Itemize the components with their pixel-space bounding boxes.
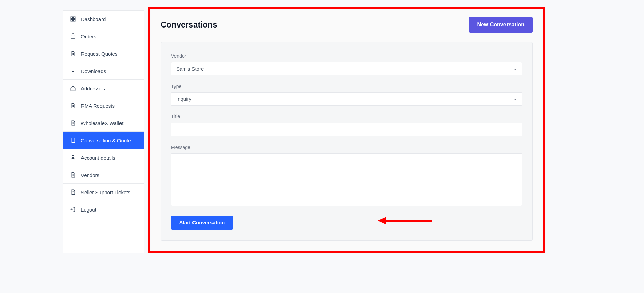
sidebar-item-conversation-quote[interactable]: Conversation & Quote [63, 132, 144, 149]
sidebar-item-label: Request Quotes [81, 51, 117, 57]
document-icon [70, 120, 76, 126]
svg-rect-4 [71, 35, 75, 38]
sidebar-item-logout[interactable]: Logout [63, 201, 144, 218]
sidebar-item-label: WholesaleX Wallet [81, 120, 123, 126]
sidebar-item-rma-requests[interactable]: RMA Requests [63, 97, 144, 114]
title-label: Title [171, 114, 522, 119]
sidebar-item-label: Downloads [81, 68, 106, 74]
sidebar-item-dashboard[interactable]: Dashboard [63, 11, 144, 28]
sidebar-item-label: Logout [81, 207, 96, 213]
bag-icon [70, 33, 76, 39]
sidebar: Dashboard Orders Request Quotes Download… [63, 10, 144, 253]
logout-icon [70, 206, 76, 213]
type-selected-value: Inquiry [176, 96, 191, 102]
page-title: Conversations [161, 20, 217, 30]
sidebar-item-seller-support-tickets[interactable]: Seller Support Tickets [63, 184, 144, 201]
type-label: Type [171, 84, 522, 89]
svg-point-5 [72, 155, 74, 158]
svg-rect-0 [71, 17, 72, 18]
svg-rect-1 [74, 17, 75, 18]
new-conversation-button[interactable]: New Conversation [469, 17, 533, 33]
document-icon [70, 189, 76, 195]
title-input[interactable] [171, 123, 522, 136]
svg-rect-2 [71, 20, 72, 21]
document-icon [70, 172, 76, 178]
message-textarea[interactable] [171, 153, 522, 206]
document-icon [70, 137, 76, 143]
message-label: Message [171, 145, 522, 150]
vendor-select[interactable]: Sam's Store [171, 62, 522, 75]
sidebar-item-label: RMA Requests [81, 103, 115, 109]
vendor-label: Vendor [171, 53, 522, 59]
dashboard-icon [70, 16, 76, 22]
conversation-form: Vendor Sam's Store Type Inquiry Title [161, 42, 533, 241]
sidebar-item-request-quotes[interactable]: Request Quotes [63, 45, 144, 62]
home-icon [70, 85, 76, 91]
user-icon [70, 154, 76, 161]
sidebar-item-orders[interactable]: Orders [63, 28, 144, 45]
sidebar-item-label: Conversation & Quote [81, 138, 131, 143]
sidebar-item-addresses[interactable]: Addresses [63, 80, 144, 97]
sidebar-item-label: Seller Support Tickets [81, 189, 130, 195]
main-panel: Conversations New Conversation Vendor Sa… [151, 10, 542, 250]
sidebar-item-label: Account details [81, 155, 115, 161]
document-icon [70, 103, 76, 109]
sidebar-item-downloads[interactable]: Downloads [63, 62, 144, 80]
sidebar-item-label: Addresses [81, 86, 105, 91]
sidebar-item-label: Vendors [81, 172, 99, 178]
sidebar-item-label: Dashboard [81, 16, 106, 22]
document-icon [70, 51, 76, 57]
sidebar-item-label: Orders [81, 34, 96, 39]
main-header: Conversations New Conversation [161, 17, 533, 33]
type-select[interactable]: Inquiry [171, 92, 522, 106]
vendor-selected-value: Sam's Store [176, 66, 204, 72]
start-conversation-button[interactable]: Start Conversation [171, 216, 233, 230]
svg-rect-3 [74, 20, 75, 21]
sidebar-item-vendors[interactable]: Vendors [63, 166, 144, 184]
sidebar-item-wholesalex-wallet[interactable]: WholesaleX Wallet [63, 114, 144, 132]
sidebar-item-account-details[interactable]: Account details [63, 149, 144, 166]
download-icon [70, 68, 76, 74]
